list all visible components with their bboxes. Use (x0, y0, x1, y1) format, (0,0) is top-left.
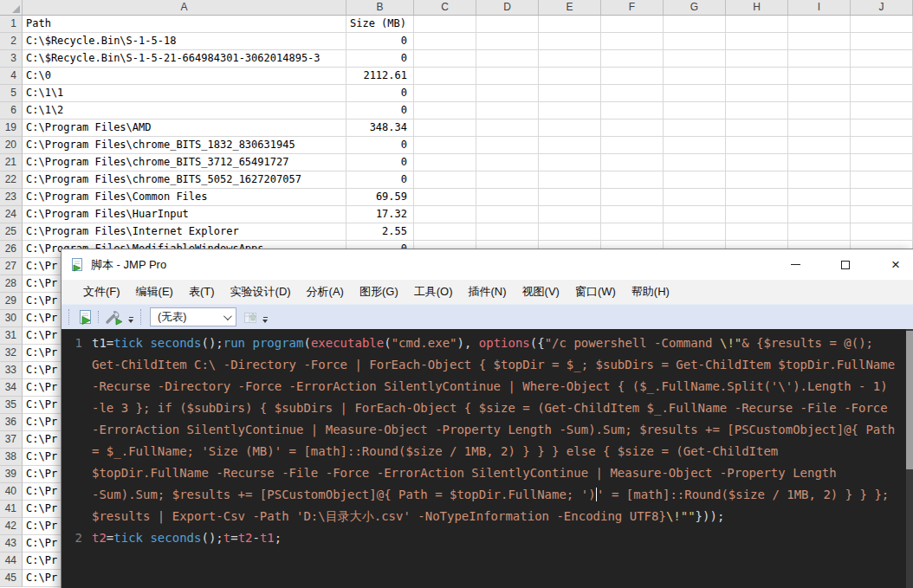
cell-empty[interactable] (539, 85, 601, 102)
cell-empty[interactable] (851, 223, 913, 241)
cell-size[interactable]: 0 (346, 85, 414, 102)
cell-empty[interactable] (414, 189, 476, 206)
cell-empty[interactable] (539, 223, 601, 241)
cell-empty[interactable] (414, 85, 476, 102)
cell-size[interactable]: 2112.61 (346, 68, 414, 85)
cell-empty[interactable] (664, 189, 726, 206)
cell-empty[interactable] (664, 16, 726, 33)
cell-empty[interactable] (539, 206, 601, 223)
cell-empty[interactable] (664, 50, 726, 68)
column-header-H[interactable]: H (726, 0, 788, 15)
cell-empty[interactable] (601, 85, 664, 102)
menubar-item-6[interactable]: 工具(O) (406, 280, 461, 304)
row-header-22[interactable]: 22 (0, 171, 23, 189)
cell-size[interactable]: 2.55 (346, 223, 414, 241)
cell-path[interactable]: C:\$Recycle.Bin\S-1-5-21-664984301-30620… (23, 50, 346, 68)
row-header-36[interactable]: 36 (0, 414, 23, 431)
column-header-E[interactable]: E (539, 0, 601, 15)
cell-empty[interactable] (788, 16, 851, 33)
cell-empty[interactable] (788, 68, 851, 85)
cell-path[interactable]: C:\Program Files\HuarInput (23, 206, 346, 223)
row-header-5[interactable]: 5 (0, 85, 23, 102)
cell-empty[interactable] (851, 102, 913, 120)
cell-empty[interactable] (851, 120, 913, 137)
cell-empty[interactable] (664, 171, 726, 189)
cell-empty[interactable] (788, 85, 851, 102)
cell-empty[interactable] (726, 206, 788, 223)
cell-empty[interactable] (664, 154, 726, 171)
cell-path[interactable]: C:\1\1 (23, 85, 346, 102)
row-header-35[interactable]: 35 (0, 397, 23, 414)
cell-empty[interactable] (726, 120, 788, 137)
cell-empty[interactable] (726, 189, 788, 206)
cell-empty[interactable] (664, 102, 726, 120)
toolbar-grip[interactable] (98, 311, 100, 323)
row-header-27[interactable]: 27 (0, 258, 23, 275)
row-header-32[interactable]: 32 (0, 345, 23, 362)
cell-empty[interactable] (664, 120, 726, 137)
column-header-J[interactable]: J (851, 0, 913, 15)
row-header-44[interactable]: 44 (0, 552, 23, 570)
row-header-21[interactable]: 21 (0, 154, 23, 171)
cell-path[interactable]: C:\Program Files\Internet Explorer (23, 223, 346, 241)
debug-script-button[interactable] (102, 307, 126, 327)
cell-empty[interactable] (664, 223, 726, 241)
minimize-button[interactable] (781, 253, 809, 277)
row-header-43[interactable]: 43 (0, 535, 23, 552)
cell-empty[interactable] (726, 33, 788, 50)
cell-empty[interactable] (414, 223, 476, 241)
cell-path[interactable]: C:\Program Files\chrome_BITS_3712_654917… (23, 154, 346, 171)
cell-path[interactable]: Path (23, 16, 346, 33)
cell-path[interactable]: C:\Program Files\chrome_BITS_5052_162720… (23, 171, 346, 189)
cell-empty[interactable] (726, 68, 788, 85)
cell-empty[interactable] (664, 206, 726, 223)
cell-empty[interactable] (414, 154, 476, 171)
cell-size[interactable]: 17.32 (346, 206, 414, 223)
cell-empty[interactable] (476, 137, 539, 154)
cell-empty[interactable] (788, 120, 851, 137)
cell-empty[interactable] (851, 50, 913, 68)
cell-empty[interactable] (788, 102, 851, 120)
row-header-42[interactable]: 42 (0, 518, 23, 535)
cell-empty[interactable] (539, 33, 601, 50)
toolbar-grip[interactable] (140, 309, 143, 325)
row-header-23[interactable]: 23 (0, 189, 23, 206)
cell-empty[interactable] (726, 137, 788, 154)
cell-empty[interactable] (476, 171, 539, 189)
column-header-I[interactable]: I (788, 0, 851, 15)
row-header-28[interactable]: 28 (0, 275, 23, 293)
cell-empty[interactable] (601, 137, 664, 154)
cell-empty[interactable] (851, 16, 913, 33)
cell-empty[interactable] (726, 223, 788, 241)
cell-empty[interactable] (476, 120, 539, 137)
cell-empty[interactable] (539, 171, 601, 189)
menubar-item-0[interactable]: 文件(F) (75, 280, 128, 304)
cell-path[interactable]: C:\Program Files\AMD (23, 120, 346, 137)
row-header-4[interactable]: 4 (0, 68, 23, 85)
cell-empty[interactable] (788, 223, 851, 241)
cell-empty[interactable] (476, 33, 539, 50)
cell-empty[interactable] (601, 189, 664, 206)
cell-empty[interactable] (726, 154, 788, 171)
cell-empty[interactable] (851, 171, 913, 189)
editor-scrollbar-thumb[interactable] (906, 331, 913, 469)
cell-empty[interactable] (476, 223, 539, 241)
cell-empty[interactable] (476, 189, 539, 206)
cell-path[interactable]: C:\0 (23, 68, 346, 85)
cell-empty[interactable] (476, 50, 539, 68)
row-header-25[interactable]: 25 (0, 223, 23, 241)
cell-empty[interactable] (539, 68, 601, 85)
row-header-37[interactable]: 37 (0, 431, 23, 449)
cell-empty[interactable] (788, 50, 851, 68)
row-header-29[interactable]: 29 (0, 293, 23, 310)
row-header-45[interactable]: 45 (0, 570, 23, 587)
cell-empty[interactable] (664, 68, 726, 85)
cell-empty[interactable] (414, 171, 476, 189)
cell-path[interactable]: C:\Program Files\Common Files (23, 189, 346, 206)
maximize-button[interactable] (832, 253, 859, 277)
window-titlebar[interactable]: 脚本 - JMP Pro × (62, 249, 913, 280)
cell-path[interactable]: C:\Program Files\chrome_BITS_1832_830631… (23, 137, 346, 154)
row-header-31[interactable]: 31 (0, 327, 23, 345)
cell-size[interactable]: 0 (346, 137, 414, 154)
cell-empty[interactable] (851, 189, 913, 206)
